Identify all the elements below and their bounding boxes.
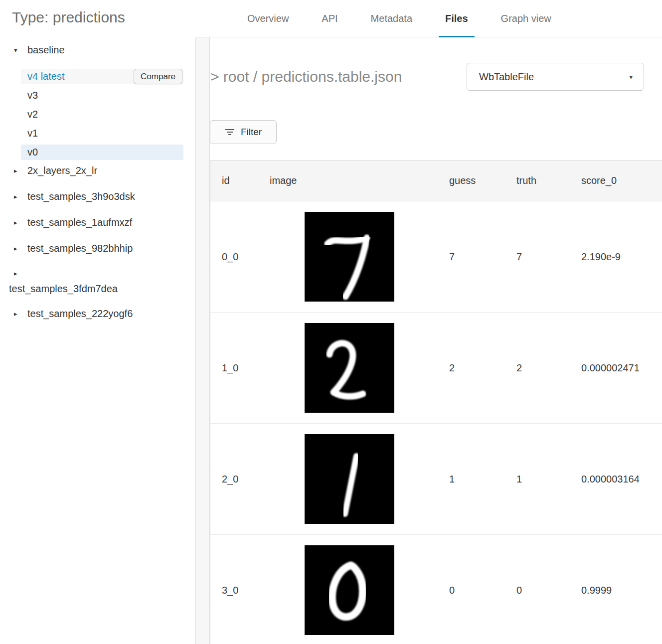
chevron-right-icon[interactable]: ▸ bbox=[14, 310, 27, 318]
tab-overview[interactable]: Overview bbox=[247, 0, 289, 37]
cell-id: 3_0 bbox=[210, 585, 269, 596]
cell-score-0: 0.000003164 bbox=[571, 474, 662, 485]
tree-item-label: test_samples_3h9o3dsk bbox=[27, 191, 135, 202]
tree-item-test-samples-982bhhip[interactable]: ▸test_samples_982bhhip bbox=[0, 241, 195, 255]
chevron-right-icon[interactable]: ▸ bbox=[14, 219, 27, 226]
tree-item-test-samples-1aufmxzf[interactable]: ▸test_samples_1aufmxzf bbox=[0, 215, 195, 229]
tab-api[interactable]: API bbox=[322, 0, 337, 37]
main-panel: OverviewAPIMetadataFilesGraph view > roo… bbox=[195, 0, 662, 644]
filter-button-label: Filter bbox=[241, 127, 262, 138]
breadcrumb: > root / predictions.table.json bbox=[210, 68, 402, 85]
cell-image bbox=[269, 434, 439, 524]
table-row: 0_0 772.190e-9 bbox=[210, 201, 662, 313]
tree-item-v2[interactable]: v2 bbox=[21, 107, 183, 122]
chevron-down-icon: ▾ bbox=[629, 73, 633, 81]
column-header-truth[interactable]: truth bbox=[506, 175, 571, 186]
cell-score-0: 0.000002471 bbox=[571, 362, 662, 374]
column-header-score-0[interactable]: score_0 bbox=[571, 175, 662, 186]
cell-truth: 0 bbox=[506, 585, 571, 596]
chevron-right-icon[interactable]: ▸ bbox=[14, 245, 27, 252]
version-label: v1 bbox=[27, 128, 38, 139]
tree-item-label: test_samples_1aufmxzf bbox=[27, 217, 132, 228]
tree-item-v0[interactable]: v0 bbox=[21, 145, 183, 160]
tree-item-label-test-samples-3fdm7dea[interactable]: test_samples_3fdm7dea bbox=[9, 283, 195, 295]
version-label: v0 bbox=[27, 147, 38, 158]
table-header: idimageguesstruthscore_0 bbox=[210, 161, 662, 201]
tree-item-2x-layers-2x-lr[interactable]: ▸2x_layers_2x_lr bbox=[0, 163, 195, 177]
table-row: 1_0 220.000002471 bbox=[210, 313, 662, 424]
table-body: 0_0 772.190e-91_0 220.0000024712_0 110.0… bbox=[210, 201, 662, 644]
cell-image bbox=[269, 323, 439, 413]
artifact-tabbar: OverviewAPIMetadataFilesGraph view bbox=[195, 0, 662, 37]
tree-item-label: test_samples_982bhhip bbox=[27, 243, 133, 254]
tree-item-v3[interactable]: v3 bbox=[21, 88, 183, 103]
version-label: v2 bbox=[27, 109, 38, 120]
tree-item-test-samples-3h9o3dsk[interactable]: ▸test_samples_3h9o3dsk bbox=[0, 189, 195, 203]
files-content: > root / predictions.table.json WbTableF… bbox=[210, 37, 662, 644]
column-header-id[interactable]: id bbox=[210, 175, 269, 186]
panel-resize-handle[interactable] bbox=[195, 37, 210, 644]
file-type-dropdown-value: WbTableFile bbox=[479, 71, 534, 83]
version-label: v3 bbox=[27, 90, 38, 101]
chevron-right-icon[interactable]: ▸ bbox=[14, 270, 27, 277]
cell-image bbox=[269, 212, 439, 302]
sidebar-title: Type: predictions bbox=[0, 9, 195, 26]
cell-truth: 2 bbox=[506, 362, 571, 374]
chevron-right-icon[interactable]: ▸ bbox=[14, 193, 27, 200]
cell-id: 0_0 bbox=[210, 251, 269, 263]
file-type-dropdown[interactable]: WbTableFile ▾ bbox=[467, 63, 644, 91]
artifact-browser-app: Type: predictions ▾baselinev4 latestComp… bbox=[0, 0, 662, 644]
tree-item-label: baseline bbox=[27, 44, 65, 56]
filter-icon bbox=[225, 128, 235, 137]
digit-image[interactable] bbox=[305, 545, 394, 635]
column-header-image[interactable]: image bbox=[269, 175, 439, 186]
cell-guess: 2 bbox=[439, 362, 506, 374]
cell-id: 1_0 bbox=[210, 362, 269, 374]
tab-metadata[interactable]: Metadata bbox=[371, 0, 412, 37]
table-row: 3_0 000.9999 bbox=[210, 535, 662, 644]
tree-item-v4-latest[interactable]: v4 latestCompare bbox=[21, 69, 183, 84]
tree-item-test-samples-222yogf6[interactable]: ▸test_samples_222yogf6 bbox=[0, 307, 195, 321]
cell-id: 2_0 bbox=[210, 474, 269, 485]
digit-image[interactable] bbox=[305, 323, 394, 413]
predictions-table: idimageguesstruthscore_0 0_0 772.190e-91… bbox=[210, 160, 662, 644]
tree-item-baseline[interactable]: ▾baseline bbox=[0, 43, 195, 57]
main-body: > root / predictions.table.json WbTableF… bbox=[195, 37, 662, 644]
tree-item-label: test_samples_222yogf6 bbox=[27, 308, 133, 320]
cell-score-0: 0.9999 bbox=[571, 585, 662, 596]
table-row: 2_0 110.000003164 bbox=[210, 424, 662, 535]
digit-image[interactable] bbox=[305, 212, 394, 302]
digit-image[interactable] bbox=[305, 434, 394, 524]
cell-guess: 7 bbox=[439, 251, 506, 263]
chevron-right-icon[interactable]: ▸ bbox=[14, 167, 27, 174]
cell-guess: 1 bbox=[439, 474, 506, 485]
tree-item-test-samples-3fdm7dea[interactable]: ▸ bbox=[0, 267, 195, 279]
version-label: v4 latest bbox=[27, 71, 64, 82]
tab-graph-view[interactable]: Graph view bbox=[501, 0, 551, 37]
filter-button[interactable]: Filter bbox=[210, 120, 277, 144]
tree-item-v1[interactable]: v1 bbox=[21, 126, 183, 141]
chevron-down-icon[interactable]: ▾ bbox=[14, 46, 27, 54]
cell-image bbox=[269, 545, 439, 635]
artifact-sidebar: Type: predictions ▾baselinev4 latestComp… bbox=[0, 0, 195, 644]
cell-guess: 0 bbox=[439, 585, 506, 596]
file-header-row: > root / predictions.table.json WbTableF… bbox=[210, 62, 644, 91]
tab-files[interactable]: Files bbox=[445, 0, 468, 37]
cell-score-0: 2.190e-9 bbox=[571, 251, 662, 263]
tree-item-label: 2x_layers_2x_lr bbox=[27, 165, 97, 176]
compare-button[interactable]: Compare bbox=[134, 69, 182, 84]
column-header-guess[interactable]: guess bbox=[439, 175, 506, 186]
cell-truth: 1 bbox=[506, 474, 571, 485]
cell-truth: 7 bbox=[506, 251, 571, 263]
artifact-version-tree: ▾baselinev4 latestComparev3v2v1v0▸2x_lay… bbox=[0, 43, 195, 321]
